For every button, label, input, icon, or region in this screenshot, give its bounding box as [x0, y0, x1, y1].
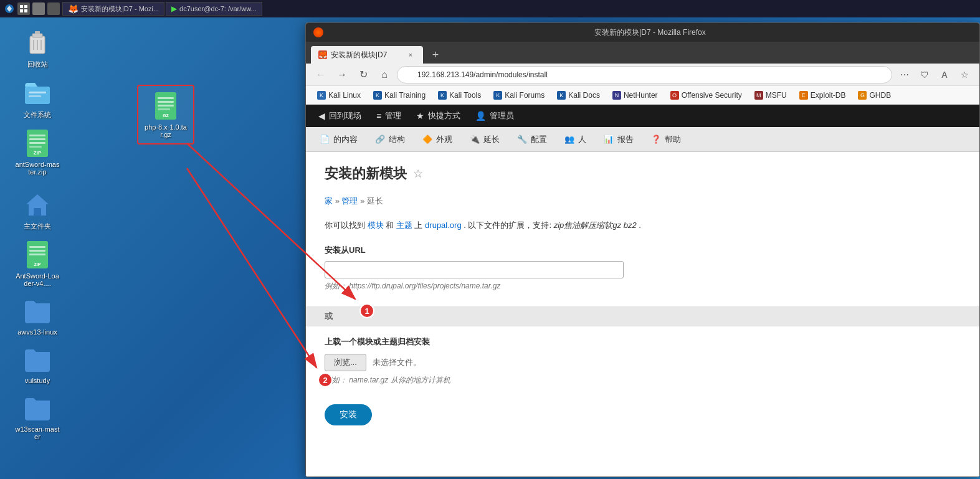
- translate-button[interactable]: A: [936, 66, 953, 83]
- bookmark-button[interactable]: ☆: [956, 66, 973, 83]
- desktop: 🦊 安装新的模块|D7 - Mozi... ▶ dc7user@dc-7: /v…: [0, 0, 980, 479]
- svg-rect-1: [20, 5, 23, 8]
- svg-rect-12: [29, 92, 46, 93]
- taskbar: 🦊 安装新的模块|D7 - Mozi... ▶ dc7user@dc-7: /v…: [0, 0, 980, 17]
- drupal-nav-manage[interactable]: ≡ 管理: [370, 108, 407, 124]
- svg-rect-7: [35, 31, 40, 34]
- drupal-org-link[interactable]: drupal.org: [425, 221, 462, 230]
- new-tab-button[interactable]: +: [427, 46, 444, 64]
- svg-rect-18: [29, 146, 42, 148]
- awvs-folder-icon[interactable]: awvs13-linux: [12, 293, 62, 338]
- bookmark-nethunter[interactable]: N NetHunter: [607, 90, 663, 101]
- bookmark-kali-linux[interactable]: K Kali Linux: [312, 90, 366, 101]
- kali-tools-icon: K: [438, 91, 447, 100]
- drupal-nav-back[interactable]: ◀ 回到现场: [312, 108, 368, 124]
- svg-rect-4: [24, 9, 27, 12]
- toolbar-people[interactable]: 👥 人: [557, 131, 594, 148]
- browser-tabs: 🦊 安装新的模块|D7 × +: [306, 42, 979, 64]
- svg-text:GZ: GZ: [163, 113, 169, 118]
- svg-rect-2: [24, 5, 27, 8]
- bookmarks-bar: K Kali Linux K Kali Training K Kali Tool…: [306, 86, 979, 105]
- toolbar-content[interactable]: 📄 的内容: [312, 131, 365, 148]
- taskbar-left: [0, 2, 60, 16]
- appearance-icon: 🔶: [422, 135, 432, 144]
- description-text: 你可以找到 模块 和 主题 上 drupal.org . 以下文件的扩展，支持:…: [325, 219, 961, 232]
- tab-favicon: 🦊: [318, 50, 327, 59]
- taskbar-task-terminal[interactable]: ▶ dc7user@dc-7: /var/ww...: [166, 2, 262, 16]
- back-button[interactable]: ←: [312, 66, 330, 83]
- vulstudy-folder-icon[interactable]: vulstudy: [12, 342, 62, 387]
- toolbar-help[interactable]: ❓ 帮助: [644, 131, 688, 148]
- page-title-row: 安装的新模块 ☆: [325, 164, 961, 183]
- recycle-bin-icon[interactable]: 回收站: [12, 25, 62, 72]
- bookmark-kali-docs[interactable]: K Kali Docs: [552, 90, 605, 101]
- svg-rect-23: [158, 105, 174, 107]
- awvs-folder-image: [22, 296, 52, 326]
- address-bar[interactable]: [397, 66, 892, 83]
- vulstudy-folder-image: [22, 344, 52, 374]
- home-folder-image: [22, 189, 52, 219]
- browse-button[interactable]: 浏览...: [325, 354, 366, 371]
- app-icon-3[interactable]: [47, 2, 60, 15]
- nethunter-icon: N: [612, 91, 621, 100]
- php-archive-image: GZ: [151, 91, 181, 121]
- home-folder-icon[interactable]: 主文件夹: [12, 187, 62, 234]
- exploitdb-icon: E: [799, 91, 808, 100]
- active-tab[interactable]: 🦊 安装新的模块|D7 ×: [311, 46, 423, 64]
- browser-titlebar: 安装新的模块|D7 - Mozilla Firefox: [306, 23, 979, 42]
- kali-start-icon[interactable]: [2, 2, 16, 16]
- extensions-button[interactable]: ⋯: [896, 66, 913, 83]
- bookmark-kali-training[interactable]: K Kali Training: [368, 90, 431, 101]
- desktop-icons: 回收站 文件系统: [12, 25, 62, 178]
- bookmark-ghdb[interactable]: G GHDB: [853, 90, 896, 101]
- bookmark-kali-forums[interactable]: K Kali Forums: [488, 90, 549, 101]
- toolbar-structure[interactable]: 🔗 结构: [368, 131, 412, 148]
- php-archive-icon[interactable]: GZ php-8.x-1.0.tar.gz: [141, 88, 191, 141]
- breadcrumb-home[interactable]: 家: [325, 196, 333, 206]
- bookmark-kali-tools[interactable]: K Kali Tools: [433, 90, 486, 101]
- bookmark-exploitdb[interactable]: E Exploit-DB: [794, 90, 851, 101]
- toolbar-appearance[interactable]: 🔶 外观: [415, 131, 460, 148]
- kali-docs-icon: K: [557, 91, 566, 100]
- toolbar-actions: ⋯ 🛡 A ☆: [896, 66, 973, 83]
- w13scan-folder-icon[interactable]: w13scan-master: [12, 391, 62, 443]
- browser-titlebar-title: 安装新的模块|D7 - Mozilla Firefox: [328, 27, 972, 38]
- themes-link[interactable]: 主题: [396, 221, 412, 230]
- install-url-hint: 例如： https://ftp.drupal.org/files/project…: [325, 281, 961, 292]
- bookmark-msfu[interactable]: M MSFU: [749, 90, 792, 101]
- antsword-master-icon[interactable]: ZIP antSword-master.zip: [12, 126, 62, 178]
- tab-close-button[interactable]: ×: [406, 50, 416, 60]
- app-icon-1[interactable]: [17, 2, 30, 15]
- svg-rect-26: [34, 208, 41, 216]
- shield-button[interactable]: 🛡: [916, 66, 933, 83]
- install-url-section: 安装从URL 例如： https://ftp.drupal.org/files/…: [325, 245, 961, 292]
- drupal-page-content: 安装的新模块 ☆ 家 » 管理 » 延长 你可以找到 模块 和 主题 上 dru…: [306, 152, 979, 477]
- no-file-text: 未选择文件。: [373, 357, 421, 368]
- taskbar-task-firefox[interactable]: 🦊 安装新的模块|D7 - Mozi...: [62, 2, 164, 16]
- forward-button[interactable]: →: [333, 66, 351, 83]
- toolbar-extend[interactable]: 🔌 延长: [462, 131, 507, 148]
- bookmark-offsec[interactable]: O Offensive Security: [665, 90, 747, 101]
- app-icon-2[interactable]: [32, 2, 45, 15]
- breadcrumb-manage[interactable]: 管理: [341, 196, 358, 206]
- taskbar-tasks: 🦊 安装新的模块|D7 - Mozi... ▶ dc7user@dc-7: /v…: [62, 2, 262, 16]
- antsword-loader-icon[interactable]: ZIP AntSword-Loader-v4....: [12, 237, 62, 290]
- antsword-master-image: ZIP: [22, 128, 52, 158]
- address-bar-wrap: 🔒: [397, 66, 892, 83]
- manage-icon: ≡: [376, 111, 381, 121]
- file-manager-icon[interactable]: 文件系统: [12, 75, 62, 122]
- back-arrow-icon: ◀: [318, 111, 325, 121]
- favorite-star-icon[interactable]: ☆: [413, 167, 423, 181]
- file-manager-image: [22, 78, 52, 108]
- kali-linux-icon: K: [317, 91, 326, 100]
- drupal-nav-admin[interactable]: 👤 管理员: [469, 108, 520, 124]
- toolbar-reports[interactable]: 📊 报告: [596, 131, 641, 148]
- home-button[interactable]: ⌂: [376, 66, 393, 83]
- shortcuts-icon: ★: [416, 111, 424, 121]
- toolbar-config[interactable]: 🔧 配置: [510, 131, 554, 148]
- reload-button[interactable]: ↻: [354, 66, 372, 83]
- install-button[interactable]: 安装: [325, 404, 372, 425]
- drupal-nav-shortcuts[interactable]: ★ 快捷方式: [410, 108, 467, 124]
- install-url-input[interactable]: [325, 261, 624, 278]
- modules-link[interactable]: 模块: [368, 221, 384, 230]
